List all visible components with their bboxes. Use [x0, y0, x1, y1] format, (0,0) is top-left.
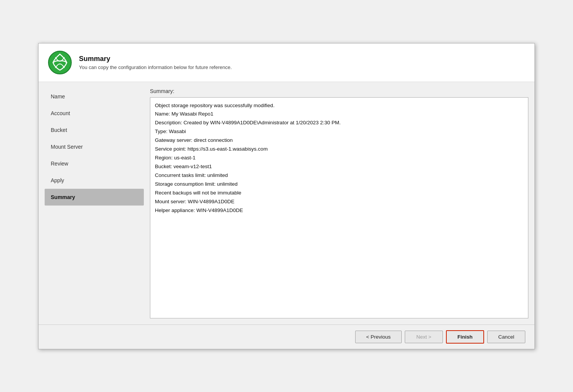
- previous-button[interactable]: < Previous: [355, 331, 402, 343]
- cancel-button[interactable]: Cancel: [487, 331, 525, 343]
- next-button[interactable]: Next >: [405, 331, 443, 343]
- app-logo: [48, 50, 72, 75]
- finish-button[interactable]: Finish: [446, 330, 484, 344]
- sidebar-item-bucket[interactable]: Bucket: [45, 122, 144, 138]
- header-text: Summary You can copy the configuration i…: [79, 55, 232, 70]
- summary-box: Object storage repository was successful…: [150, 97, 528, 318]
- footer: < Previous Next > Finish Cancel: [39, 325, 534, 349]
- sidebar-item-account[interactable]: Account: [45, 105, 144, 122]
- header: Summary You can copy the configuration i…: [39, 43, 534, 82]
- summary-section-label: Summary:: [150, 88, 528, 94]
- sidebar-item-name[interactable]: Name: [45, 88, 144, 105]
- sidebar-item-review[interactable]: Review: [45, 155, 144, 172]
- header-title: Summary: [79, 55, 232, 63]
- sidebar-item-apply[interactable]: Apply: [45, 172, 144, 189]
- header-subtitle: You can copy the configuration informati…: [79, 64, 232, 70]
- sidebar-item-summary[interactable]: Summary: [45, 189, 144, 206]
- main-content: Summary: Object storage repository was s…: [144, 88, 528, 318]
- dialog: Summary You can copy the configuration i…: [38, 43, 535, 349]
- body: NameAccountBucketMount ServerReviewApply…: [39, 82, 534, 325]
- sidebar-item-mount-server[interactable]: Mount Server: [45, 138, 144, 155]
- sidebar: NameAccountBucketMount ServerReviewApply…: [45, 88, 144, 318]
